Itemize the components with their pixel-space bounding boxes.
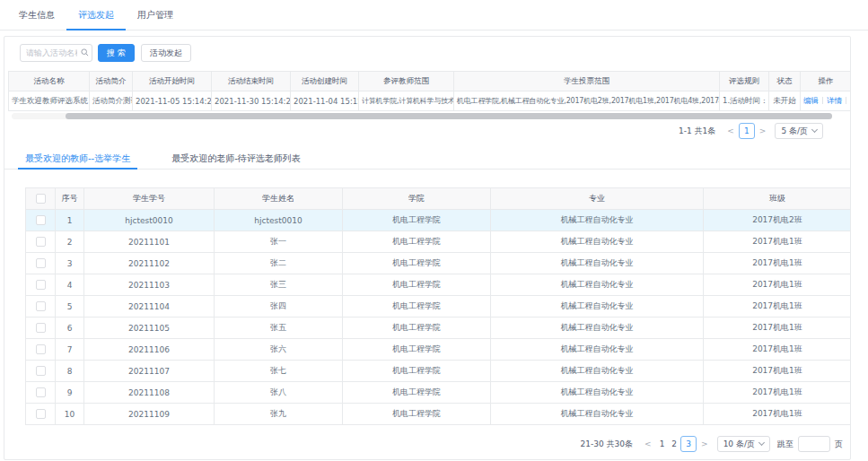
table-row[interactable]: 720211106张六机电工程学院机械工程自动化专业2017机电1班 xyxy=(26,339,852,361)
page-number-2[interactable]: 2 xyxy=(668,439,680,448)
jump-page-input[interactable] xyxy=(798,436,830,452)
row-checkbox[interactable] xyxy=(36,323,46,333)
student-cell: 机电工程学院 xyxy=(343,231,491,253)
row-checkbox[interactable] xyxy=(36,237,46,247)
student-scope: 机电工程学院,机械工程自动化专业,2017机电2班,2017机电1班,2017机… xyxy=(454,91,720,111)
student-cell: 20211102 xyxy=(84,253,215,274)
student-tabbar: 最受欢迎的教师--选举学生 最受欢迎的老师-待评选老师列表 xyxy=(4,148,850,170)
jump-to-label: 跳至 xyxy=(777,439,793,450)
column-header: 活动创建时间 xyxy=(291,72,359,91)
activity-create-time: 2021-11-04 15:15:29 xyxy=(291,91,359,111)
column-header: 活动开始时间 xyxy=(133,72,212,91)
student-cell: 机械工程自动化专业 xyxy=(491,361,704,382)
tab-student-info[interactable]: 学生信息 xyxy=(7,0,66,30)
student-cell: 20211104 xyxy=(84,296,215,317)
student-cell: hjctest0010 xyxy=(84,210,215,231)
search-button[interactable]: 搜 索 xyxy=(98,44,135,62)
scrollbar-thumb[interactable] xyxy=(66,113,832,119)
top-tabbar: 学生信息 评选发起 用户管理 xyxy=(0,0,868,30)
page-size-value: 5 条/页 xyxy=(781,124,808,138)
tab-pending-teachers[interactable]: 最受欢迎的老师-待评选老师列表 xyxy=(164,148,308,169)
student-cell: 2017机电1班 xyxy=(704,231,852,253)
edit-link[interactable]: 编辑 xyxy=(803,96,819,105)
checkbox-cell xyxy=(26,317,56,339)
page-number-3[interactable]: 3 xyxy=(680,436,697,452)
page-number-1[interactable]: 1 xyxy=(656,439,669,448)
student-cell: 张七 xyxy=(215,361,343,382)
student-cell: 机械工程自动化专业 xyxy=(491,210,704,231)
next-page-button[interactable]: > xyxy=(697,439,713,448)
student-cell: 20211101 xyxy=(84,231,215,253)
activity-row: 学生欢迎教师评选系统 活动简介测试 2021-11-05 15:14:21 20… xyxy=(9,91,852,111)
horizontal-scrollbar[interactable] xyxy=(12,113,832,119)
operation-cell: 编辑详情删除 xyxy=(801,91,852,111)
table-row[interactable]: 920211108张八机电工程学院机械工程自动化专业2017机电1班 xyxy=(26,382,852,404)
student-cell: 张五 xyxy=(215,317,343,339)
table-row[interactable]: 420211103张三机电工程学院机械工程自动化专业2017机电1班 xyxy=(26,274,852,296)
student-cell: 4 xyxy=(56,274,84,296)
student-cell: 机电工程学院 xyxy=(343,339,491,361)
page-number-1[interactable]: 1 xyxy=(739,123,755,139)
checkbox-cell xyxy=(26,382,56,404)
search-icon xyxy=(81,48,89,58)
student-table: 序号 学生学号 学生姓名 学院 专业 班级 1hjctest0010hjctes… xyxy=(25,187,851,425)
row-checkbox[interactable] xyxy=(36,387,46,397)
checkbox-cell xyxy=(26,253,56,274)
pagination-total: 1-1 共1条 xyxy=(679,126,715,137)
student-cell: 20211103 xyxy=(84,274,215,296)
status-badge: 未开始 xyxy=(769,91,801,111)
tab-selection-launch[interactable]: 评选发起 xyxy=(66,0,126,30)
row-checkbox[interactable] xyxy=(36,215,46,225)
chevron-down-icon xyxy=(811,126,818,133)
row-checkbox[interactable] xyxy=(36,366,46,376)
detail-link[interactable]: 详情 xyxy=(827,96,842,105)
chevron-down-icon xyxy=(758,439,765,446)
activity-name: 学生欢迎教师评选系统 xyxy=(9,91,90,111)
delete-link[interactable]: 删除 xyxy=(850,96,851,105)
column-header: 评选规则 xyxy=(720,72,769,91)
student-cell: 7 xyxy=(56,339,84,361)
create-activity-button[interactable]: 活动发起 xyxy=(141,44,191,62)
student-cell: 2017机电1班 xyxy=(704,404,852,425)
student-cell: 20211109 xyxy=(84,404,215,425)
student-cell: 张八 xyxy=(215,382,343,404)
checkbox-cell xyxy=(26,274,56,296)
prev-page-button[interactable]: < xyxy=(723,126,739,135)
row-checkbox[interactable] xyxy=(36,280,46,290)
student-cell: 机电工程学院 xyxy=(343,210,491,231)
prev-page-button[interactable]: < xyxy=(640,439,656,448)
select-all-checkbox[interactable] xyxy=(36,194,46,204)
table-row[interactable]: 1020211109张九机电工程学院机械工程自动化专业2017机电1班 xyxy=(26,404,852,425)
table-row[interactable]: 320211102张二机电工程学院机械工程自动化专业2017机电1班 xyxy=(26,253,852,274)
student-cell: 2017机电1班 xyxy=(704,296,852,317)
tab-user-management[interactable]: 用户管理 xyxy=(126,0,185,30)
next-page-button[interactable]: > xyxy=(755,126,771,135)
row-checkbox[interactable] xyxy=(36,301,46,311)
table-row[interactable]: 1hjctest0010hjctest0010机电工程学院机械工程自动化专业20… xyxy=(26,210,852,231)
table-row[interactable]: 620211105张五机电工程学院机械工程自动化专业2017机电1班 xyxy=(26,317,852,339)
student-cell: 机电工程学院 xyxy=(343,253,491,274)
student-cell: 5 xyxy=(56,296,84,317)
row-checkbox[interactable] xyxy=(36,409,46,419)
column-header: 参评教师范围 xyxy=(359,72,454,91)
row-checkbox[interactable] xyxy=(36,258,46,268)
page-size-select[interactable]: 10 条/页 xyxy=(717,436,770,452)
column-header: 学生学号 xyxy=(84,188,215,210)
row-checkbox[interactable] xyxy=(36,344,46,354)
student-header-row: 序号 学生学号 学生姓名 学院 专业 班级 xyxy=(26,188,852,210)
student-cell: 2017机电2班 xyxy=(704,210,852,231)
divider xyxy=(822,97,823,104)
page-size-select[interactable]: 5 条/页 xyxy=(775,123,823,139)
student-cell: 8 xyxy=(56,361,84,382)
student-cell: 20211108 xyxy=(84,382,215,404)
checkbox-cell xyxy=(26,339,56,361)
table-row[interactable]: 820211107张七机电工程学院机械工程自动化专业2017机电1班 xyxy=(26,361,852,382)
table-row[interactable]: 220211101张一机电工程学院机械工程自动化专业2017机电1班 xyxy=(26,231,852,253)
activity-table: 活动名称 活动简介 活动开始时间 活动结束时间 活动创建时间 参评教师范围 学生… xyxy=(8,71,851,111)
tab-elect-students[interactable]: 最受欢迎的教师--选举学生 xyxy=(18,148,137,169)
student-cell: 机电工程学院 xyxy=(343,296,491,317)
page-unit-label: 页 xyxy=(835,439,843,450)
student-cell: 20211106 xyxy=(84,339,215,361)
table-row[interactable]: 520211104张四机电工程学院机械工程自动化专业2017机电1班 xyxy=(26,296,852,317)
student-cell: 2017机电1班 xyxy=(704,382,852,404)
